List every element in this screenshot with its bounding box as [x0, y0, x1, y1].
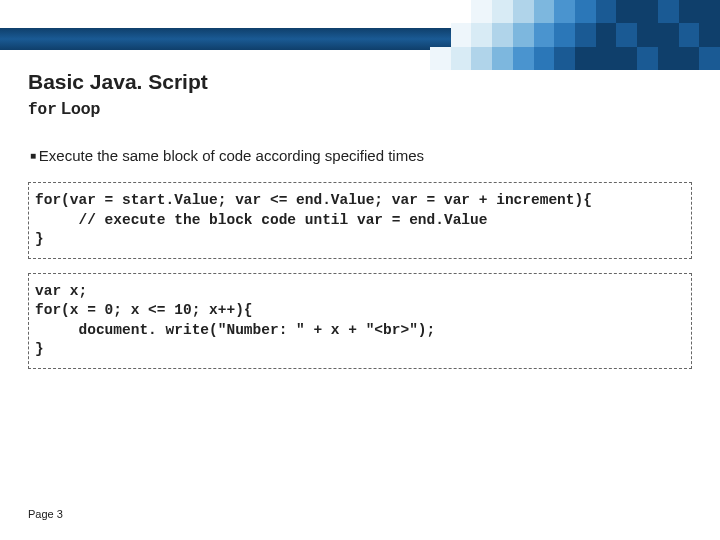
code-box-example: var x; for(x = 0; x <= 10; x++){ documen…: [28, 273, 692, 369]
page-number: Page 3: [28, 508, 63, 520]
bullet-point: Execute the same block of code according…: [28, 147, 692, 164]
subtitle-mono: for: [28, 101, 57, 119]
banner-squares: [430, 0, 720, 70]
slide-banner: [0, 0, 720, 52]
slide-content: Basic Java. Script for Loop Execute the …: [28, 70, 692, 500]
code-box-syntax: for(var = start.Value; var <= end.Value;…: [28, 182, 692, 259]
slide-subtitle: for Loop: [28, 100, 692, 119]
slide-title: Basic Java. Script: [28, 70, 692, 94]
subtitle-rest: Loop: [57, 100, 101, 117]
